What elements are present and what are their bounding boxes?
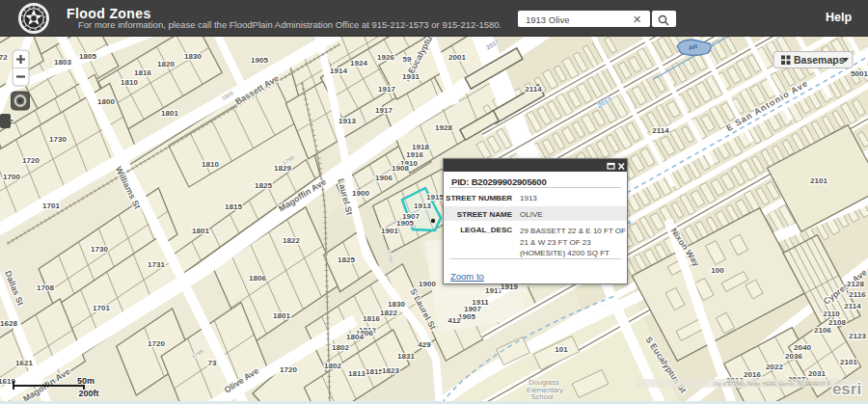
svg-text:1825: 1825: [255, 181, 272, 190]
svg-text:2036: 2036: [785, 352, 802, 361]
svg-text:200ft: 200ft: [78, 389, 98, 398]
svg-text:1928: 1928: [435, 123, 452, 132]
svg-text:412: 412: [448, 316, 461, 325]
svg-text:1915: 1915: [426, 193, 444, 202]
svg-text:2101: 2101: [840, 358, 857, 366]
svg-text:59: 59: [403, 55, 412, 64]
svg-text:1917: 1917: [375, 106, 393, 115]
svg-text:1822: 1822: [380, 309, 397, 317]
svg-text:1906: 1906: [375, 174, 393, 182]
svg-text:2110: 2110: [823, 310, 840, 318]
svg-text:1720: 1720: [22, 156, 40, 165]
svg-text:1831: 1831: [397, 352, 415, 361]
svg-text:1708: 1708: [37, 283, 54, 292]
svg-text:2101: 2101: [810, 176, 827, 185]
svg-text:1905: 1905: [396, 219, 414, 228]
svg-text:1901: 1901: [381, 227, 398, 235]
svg-text:2114: 2114: [844, 302, 861, 310]
svg-text:1804: 1804: [346, 333, 364, 341]
svg-text:1730: 1730: [91, 245, 108, 254]
svg-text:1802: 1802: [332, 343, 349, 352]
svg-text:2001: 2001: [448, 53, 466, 62]
svg-text:1801: 1801: [273, 311, 290, 320]
svg-text:1830: 1830: [388, 300, 405, 309]
svg-text:1621: 1621: [15, 359, 33, 367]
svg-text:1931: 1931: [402, 72, 420, 81]
svg-text:1816: 1816: [363, 314, 380, 323]
svg-text:172: 172: [0, 53, 8, 62]
svg-text:1905: 1905: [251, 56, 268, 65]
svg-text:1806: 1806: [249, 274, 266, 283]
svg-text:2016: 2016: [744, 370, 761, 379]
svg-text:1720: 1720: [280, 365, 297, 374]
svg-text:1730: 1730: [49, 135, 67, 144]
svg-text:429: 429: [418, 340, 431, 349]
svg-text:2040: 2040: [794, 343, 811, 352]
svg-text:50m: 50m: [77, 376, 95, 386]
svg-text:1830: 1830: [184, 52, 202, 61]
svg-text:2128: 2128: [847, 280, 864, 288]
svg-text:1800: 1800: [97, 97, 115, 106]
svg-text:1926: 1926: [377, 53, 394, 62]
svg-text:City of El Paso, Texas, HERE,: City of El Paso, Texas, HERE, Garmin, IN…: [713, 381, 830, 387]
svg-text:1815: 1815: [225, 202, 242, 211]
svg-text:2114: 2114: [652, 126, 669, 135]
svg-text:1720: 1720: [148, 339, 165, 348]
svg-text:1810: 1810: [202, 160, 219, 169]
svg-text:1803: 1803: [54, 58, 71, 67]
svg-text:2106: 2106: [814, 326, 831, 335]
svg-text:1917: 1917: [378, 85, 395, 94]
svg-text:1916: 1916: [406, 150, 423, 159]
svg-text:2116: 2116: [849, 290, 866, 299]
svg-text:1825: 1825: [338, 256, 355, 264]
svg-text:1823: 1823: [382, 366, 399, 375]
svg-text:1905: 1905: [458, 312, 475, 321]
svg-text:1801: 1801: [192, 227, 209, 235]
svg-text:5001: 5001: [851, 69, 868, 78]
svg-text:1908: 1908: [392, 164, 409, 173]
svg-text:100: 100: [711, 266, 724, 275]
svg-text:1805: 1805: [79, 52, 96, 61]
svg-text:2123: 2123: [849, 332, 866, 340]
svg-text:1816: 1816: [134, 68, 151, 77]
svg-text:1701: 1701: [93, 304, 110, 312]
svg-text:2031: 2031: [808, 369, 826, 378]
svg-text:1815: 1815: [366, 367, 383, 376]
svg-text:Basemaps: Basemaps: [794, 54, 845, 66]
svg-text:1913: 1913: [339, 117, 356, 125]
svg-text:1813: 1813: [348, 369, 366, 378]
svg-text:73: 73: [208, 359, 217, 367]
svg-text:esri: esri: [832, 380, 861, 398]
svg-text:1628: 1628: [0, 319, 17, 328]
svg-text:101: 101: [555, 345, 568, 354]
svg-text:2114: 2114: [525, 85, 542, 94]
svg-text:2022: 2022: [766, 363, 783, 371]
svg-text:1802: 1802: [324, 362, 341, 370]
svg-text:1900: 1900: [419, 280, 436, 288]
svg-text:1822: 1822: [283, 236, 300, 245]
svg-text:1801: 1801: [161, 109, 178, 118]
svg-text:1701: 1701: [42, 202, 60, 210]
svg-text:1820: 1820: [157, 60, 175, 68]
svg-text:1914: 1914: [330, 67, 347, 75]
svg-text:1731: 1731: [148, 260, 165, 269]
svg-text:1810: 1810: [121, 78, 138, 87]
svg-text:1924: 1924: [350, 59, 367, 67]
svg-text:School: School: [531, 392, 554, 401]
svg-text:1900: 1900: [352, 189, 369, 198]
svg-text:1913: 1913: [414, 202, 431, 210]
svg-text:1700: 1700: [3, 173, 20, 181]
